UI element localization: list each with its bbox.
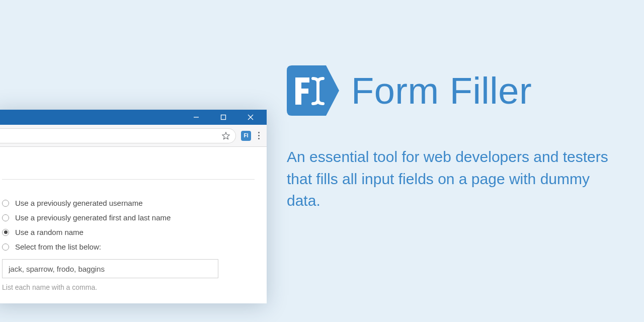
- radio-icon: [2, 229, 9, 236]
- radio-icon: [2, 200, 9, 207]
- radio-icon: [2, 244, 9, 251]
- option-select-from-list[interactable]: Select from the list below:: [2, 243, 255, 251]
- maximize-icon[interactable]: [217, 111, 229, 123]
- option-label: Use a previously generated first and las…: [15, 213, 171, 222]
- app-logo-icon: [287, 65, 339, 116]
- browser-toolbar: FI: [0, 125, 267, 147]
- section-divider: [2, 179, 255, 180]
- browser-window: FI Use a previously generated username U…: [0, 110, 267, 303]
- extension-badge-icon[interactable]: FI: [241, 131, 251, 141]
- hero: Form Filler An essential tool for web de…: [287, 65, 609, 212]
- option-label: Use a previously generated username: [15, 199, 142, 207]
- option-label: Use a random name: [15, 228, 84, 236]
- app-title: Form Filler: [351, 69, 532, 112]
- option-label: Select from the list below:: [15, 243, 101, 251]
- address-bar[interactable]: [0, 128, 236, 143]
- minimize-icon[interactable]: [190, 111, 202, 123]
- option-previous-username[interactable]: Use a previously generated username: [2, 199, 255, 207]
- option-random-name[interactable]: Use a random name: [2, 228, 255, 236]
- app-tagline: An essential tool for web developers and…: [287, 146, 609, 212]
- bookmark-star-icon[interactable]: [221, 131, 230, 140]
- input-hint: List each name with a comma.: [2, 283, 255, 291]
- options-panel: Use a previously generated username Use …: [0, 147, 267, 303]
- window-titlebar: [0, 110, 267, 125]
- option-previous-first-last[interactable]: Use a previously generated first and las…: [2, 213, 255, 222]
- name-list-input[interactable]: [2, 259, 218, 278]
- radio-icon: [2, 214, 9, 221]
- svg-rect-2: [221, 115, 226, 120]
- close-icon[interactable]: [245, 111, 257, 123]
- hero-header: Form Filler: [287, 65, 609, 116]
- kebab-menu-icon[interactable]: [256, 132, 262, 139]
